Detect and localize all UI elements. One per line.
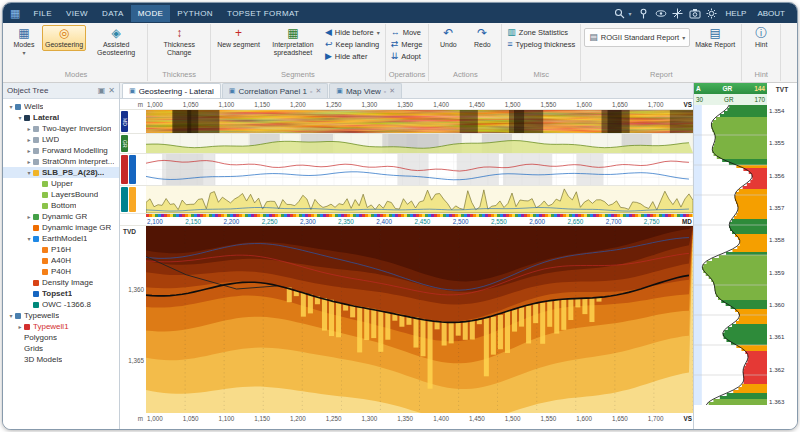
ribbon-button-hide-after[interactable]: ▶Hide after bbox=[323, 52, 382, 61]
expander-icon[interactable]: ▾ bbox=[25, 169, 33, 176]
expander-icon[interactable]: ▾ bbox=[25, 235, 33, 242]
menu-tab-view[interactable]: VIEW bbox=[59, 5, 95, 22]
expander-icon[interactable]: ▾ bbox=[7, 103, 15, 110]
ruler-tick: 1,700 bbox=[648, 415, 664, 422]
ribbon-button-typelog-thickness[interactable]: ≡Typelog thickness bbox=[505, 40, 577, 49]
tree-item-slb-ps-a-28[interactable]: ▾SLB_PS_A(28)... bbox=[3, 167, 119, 178]
ribbon-button-keep-landing[interactable]: ↩Keep landing bbox=[323, 40, 382, 49]
tree-item-lwd[interactable]: ▸LWD bbox=[3, 134, 119, 145]
ribbon-group-segments: +New segment▦Interpretation spreadsheet◀… bbox=[211, 24, 386, 81]
ribbon-button-hide-before[interactable]: ◀Hide before▾ bbox=[323, 28, 382, 37]
ribbon-button-rogii-standard-report[interactable]: ▤ROGII Standard Report▾ bbox=[584, 28, 690, 47]
button-label: New segment bbox=[217, 41, 260, 49]
workspace-tab-map-view[interactable]: ▣Map View▫✕ bbox=[329, 83, 402, 98]
tree-item-owc-1366-8[interactable]: OWC -1366.8 bbox=[3, 299, 119, 310]
eye-icon[interactable] bbox=[654, 7, 668, 19]
expander-icon[interactable]: ▸ bbox=[16, 323, 24, 330]
tree-item-dynamic-gr[interactable]: ▸Dynamic GR bbox=[3, 211, 119, 222]
curve-track-2 bbox=[120, 153, 693, 185]
workspace-tab-correlation-panel-1[interactable]: ▣Correlation Panel 1▫✕ bbox=[222, 83, 328, 98]
button-label: Modes bbox=[13, 41, 34, 49]
ribbon-button-thickness-change[interactable]: ↕Thickness Change bbox=[151, 25, 207, 59]
tree-item-grids[interactable]: Grids bbox=[3, 343, 119, 354]
tree-item-stratohm-interpret[interactable]: ▸StratOhm interpret... bbox=[3, 156, 119, 167]
ribbon-button-zone-statistics[interactable]: ▥Zone Statistics bbox=[505, 28, 577, 37]
tree-item-wells[interactable]: ▾Wells bbox=[3, 101, 119, 112]
gr-track-1: GR bbox=[120, 133, 693, 153]
search-dropdown-icon[interactable]: ▾ bbox=[629, 10, 632, 17]
curve-track-2-canvas[interactable] bbox=[146, 154, 693, 185]
log-curve-name-2: GR bbox=[724, 96, 733, 103]
menu-tab-file[interactable]: FILE bbox=[26, 5, 59, 22]
tree-item-bottom[interactable]: Bottom bbox=[3, 200, 119, 211]
ribbon-button-hint[interactable]: ⓘHint bbox=[745, 25, 777, 51]
tree-item-earthmodel1[interactable]: ▾EarthModel1 bbox=[3, 233, 119, 244]
tree-item-polygons[interactable]: Polygons bbox=[3, 332, 119, 343]
ribbon-group-thickness: ↕Thickness ChangeThickness bbox=[148, 24, 211, 81]
ribbon-button-merge[interactable]: ⇄Merge bbox=[389, 40, 425, 49]
expander-icon[interactable]: ▸ bbox=[25, 136, 33, 143]
expander-icon[interactable]: ▾ bbox=[7, 312, 15, 319]
app-logo-icon: ▦ bbox=[10, 8, 20, 19]
tree-item-p16h[interactable]: P16H bbox=[3, 244, 119, 255]
ruler-tick: 1,000 bbox=[147, 101, 163, 108]
ribbon-button-make-report[interactable]: ▤Make Report bbox=[692, 25, 738, 51]
tree-item-p40h[interactable]: P40H bbox=[3, 266, 119, 277]
ribbon-button-redo[interactable]: ↷Redo bbox=[466, 25, 498, 51]
pin-icon[interactable] bbox=[637, 7, 651, 19]
search-icon[interactable] bbox=[613, 7, 627, 19]
expander-icon[interactable]: ▸ bbox=[25, 213, 33, 220]
tree-item-typewell1[interactable]: ▸Typewell1 bbox=[3, 321, 119, 332]
tree-item-two-layer-inversion[interactable]: ▸Two-layer Inversion bbox=[3, 123, 119, 134]
tree-item-a40h[interactable]: A40H bbox=[3, 255, 119, 266]
tree-item-lateral[interactable]: ▾Lateral bbox=[3, 112, 119, 123]
ribbon-button-interpretation-spreadsheet[interactable]: ▦Interpretation spreadsheet bbox=[265, 25, 321, 59]
expander-icon[interactable]: ▸ bbox=[25, 125, 33, 132]
tree-item-topset1[interactable]: Topset1 bbox=[3, 288, 119, 299]
gr-track-1-canvas[interactable] bbox=[146, 134, 693, 153]
help-menu[interactable]: HELP bbox=[726, 9, 747, 18]
close-panel-icon[interactable]: ✕ bbox=[108, 86, 115, 95]
expander-icon[interactable]: ▸ bbox=[25, 147, 33, 154]
ribbon-button-geosteering[interactable]: ◎Geosteering bbox=[42, 25, 86, 51]
about-menu[interactable]: ABOUT bbox=[757, 9, 785, 18]
menu-tab-topset-format[interactable]: TOPSET FORMAT bbox=[220, 5, 306, 22]
tree-item-density-image[interactable]: Density Image bbox=[3, 277, 119, 288]
tree-item-icon bbox=[33, 137, 39, 143]
ribbon-button-new-segment[interactable]: +New segment bbox=[214, 25, 263, 51]
tab-close-icon[interactable]: ✕ bbox=[389, 87, 395, 95]
tree-item-forward-modelling[interactable]: ▸Forward Modelling bbox=[3, 145, 119, 156]
tree-item-layersbound[interactable]: LayersBound bbox=[3, 189, 119, 200]
tab-pin-icon[interactable]: ▫ bbox=[384, 88, 386, 95]
zone-statistics-icon: ▥ bbox=[507, 28, 516, 37]
ruler-tick: 2,100 bbox=[147, 218, 163, 225]
gr-log-canvas[interactable] bbox=[694, 105, 767, 405]
object-tree-panel: Object Tree ▣ ✕ ▾Wells▾Lateral▸Two-layer… bbox=[3, 83, 120, 429]
ribbon-button-adopt[interactable]: ⇊Adopt bbox=[389, 52, 425, 61]
expander-icon[interactable]: ▸ bbox=[25, 158, 33, 165]
ribbon-button-assisted-geosteering[interactable]: ◈Assisted Geosteering bbox=[88, 25, 144, 59]
dropdown-arrow-icon: ▾ bbox=[22, 49, 25, 56]
camera-icon[interactable] bbox=[688, 7, 702, 19]
menu-tab-python[interactable]: PYTHON bbox=[170, 5, 220, 22]
tree-item-icon bbox=[42, 258, 48, 264]
cross-section-canvas[interactable] bbox=[146, 226, 693, 413]
tab-close-icon[interactable]: ✕ bbox=[315, 87, 321, 95]
axes-icon[interactable] bbox=[671, 7, 685, 19]
tree-item-3d-models[interactable]: 3D Models bbox=[3, 354, 119, 365]
tree-item-upper[interactable]: Upper bbox=[3, 178, 119, 189]
tab-pin-icon[interactable]: ▫ bbox=[310, 88, 312, 95]
expander-icon[interactable]: ▾ bbox=[16, 114, 24, 121]
menu-tab-data[interactable]: DATA bbox=[95, 5, 131, 22]
image-log-canvas[interactable] bbox=[146, 110, 693, 133]
menu-tab-mode[interactable]: MODE bbox=[131, 5, 171, 22]
workspace-tab-geosteering-lateral[interactable]: ▣Geosteering - Lateral bbox=[122, 83, 221, 98]
gr-track-3-canvas[interactable] bbox=[146, 186, 693, 213]
ribbon-button-modes[interactable]: ▦Modes▾ bbox=[8, 25, 40, 58]
gear-icon[interactable] bbox=[705, 7, 719, 19]
ribbon-button-move[interactable]: ↔Move bbox=[389, 28, 425, 37]
dock-icon[interactable]: ▣ bbox=[98, 86, 106, 95]
tree-item-typewells[interactable]: ▾Typewells bbox=[3, 310, 119, 321]
tree-item-dynamic-image-gr[interactable]: Dynamic image GR bbox=[3, 222, 119, 233]
ribbon-button-undo[interactable]: ↶Undo bbox=[432, 25, 464, 51]
